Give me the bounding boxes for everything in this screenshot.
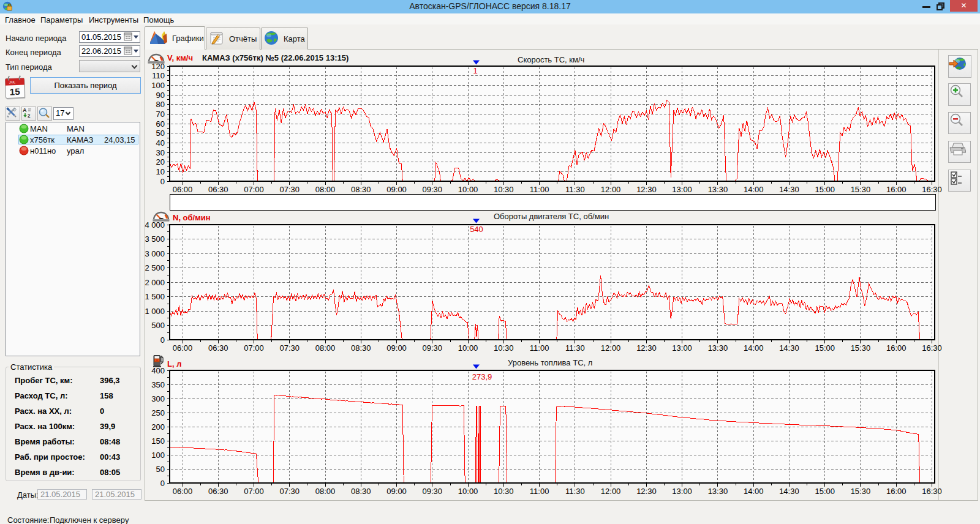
svg-text:07:00: 07:00 — [244, 343, 264, 353]
svg-text:13:00: 13:00 — [672, 487, 692, 496]
svg-text:12:30: 12:30 — [636, 343, 657, 353]
svg-text:13:30: 13:30 — [708, 487, 728, 496]
svg-text:2 000: 2 000 — [145, 278, 165, 287]
svg-text:06:30: 06:30 — [208, 487, 228, 496]
svg-text:15:00: 15:00 — [815, 487, 835, 496]
svg-text:16:30: 16:30 — [922, 487, 942, 496]
svg-text:1: 1 — [473, 66, 477, 75]
svg-text:300: 300 — [151, 394, 165, 403]
svg-text:11:00: 11:00 — [530, 487, 549, 496]
svg-text:11:00: 11:00 — [530, 185, 549, 194]
svg-text:40: 40 — [156, 138, 165, 148]
svg-text:120: 120 — [151, 62, 165, 71]
svg-text:273,9: 273,9 — [472, 372, 492, 381]
svg-text:3 500: 3 500 — [145, 234, 165, 244]
svg-text:10:00: 10:00 — [458, 185, 478, 194]
svg-text:150: 150 — [151, 436, 165, 446]
svg-text:13:00: 13:00 — [672, 343, 692, 353]
svg-text:80: 80 — [156, 100, 165, 109]
svg-text:08:30: 08:30 — [351, 343, 371, 353]
svg-text:07:00: 07:00 — [244, 185, 264, 194]
svg-text:09:30: 09:30 — [423, 487, 443, 496]
svg-text:12:00: 12:00 — [601, 343, 621, 353]
svg-text:100: 100 — [151, 81, 165, 90]
svg-text:12:30: 12:30 — [636, 487, 657, 496]
svg-text:08:30: 08:30 — [351, 487, 371, 496]
svg-text:15:30: 15:30 — [851, 185, 871, 194]
svg-text:10:30: 10:30 — [494, 185, 514, 194]
svg-text:08:00: 08:00 — [315, 343, 336, 353]
svg-text:08:30: 08:30 — [351, 185, 371, 194]
svg-text:10:00: 10:00 — [458, 343, 478, 353]
svg-text:540: 540 — [470, 225, 483, 234]
svg-text:100: 100 — [151, 451, 165, 460]
svg-text:16:00: 16:00 — [886, 185, 907, 194]
svg-text:70: 70 — [156, 110, 165, 119]
svg-text:60: 60 — [156, 119, 165, 129]
svg-text:350: 350 — [151, 380, 165, 389]
svg-text:07:30: 07:30 — [280, 185, 300, 194]
svg-text:09:30: 09:30 — [423, 343, 443, 353]
svg-text:08:00: 08:00 — [315, 185, 336, 194]
svg-text:06:00: 06:00 — [173, 343, 193, 353]
svg-text:15:30: 15:30 — [851, 487, 871, 496]
svg-text:16:00: 16:00 — [886, 487, 907, 496]
svg-text:90: 90 — [156, 91, 165, 100]
svg-text:20: 20 — [156, 157, 165, 167]
svg-text:12:00: 12:00 — [601, 487, 621, 496]
svg-text:09:00: 09:00 — [386, 185, 407, 194]
svg-text:2 500: 2 500 — [145, 263, 165, 272]
svg-text:12:00: 12:00 — [601, 185, 621, 194]
svg-text:50: 50 — [156, 129, 165, 138]
svg-text:30: 30 — [156, 148, 165, 157]
svg-text:14:00: 14:00 — [744, 185, 764, 194]
svg-text:13:30: 13:30 — [708, 343, 728, 353]
svg-text:1 500: 1 500 — [145, 292, 165, 301]
svg-text:11:30: 11:30 — [565, 487, 585, 496]
svg-text:11:30: 11:30 — [565, 343, 585, 353]
svg-text:07:30: 07:30 — [280, 343, 300, 353]
svg-text:500: 500 — [151, 321, 165, 330]
svg-text:400: 400 — [151, 366, 165, 375]
svg-text:200: 200 — [151, 422, 165, 432]
svg-text:11:30: 11:30 — [565, 185, 585, 194]
svg-text:16:30: 16:30 — [922, 185, 942, 194]
svg-text:10:30: 10:30 — [494, 487, 514, 496]
svg-text:12:30: 12:30 — [636, 185, 657, 194]
svg-text:1 000: 1 000 — [145, 307, 165, 316]
svg-text:07:30: 07:30 — [280, 487, 300, 496]
svg-text:08:00: 08:00 — [315, 487, 336, 496]
svg-text:06:30: 06:30 — [208, 185, 228, 194]
svg-text:0: 0 — [160, 479, 165, 488]
svg-text:10:30: 10:30 — [494, 343, 514, 353]
svg-text:10: 10 — [156, 167, 165, 176]
svg-text:16:00: 16:00 — [886, 343, 907, 353]
svg-text:09:00: 09:00 — [386, 487, 407, 496]
svg-text:4 000: 4 000 — [145, 220, 165, 230]
svg-text:16:30: 16:30 — [922, 343, 942, 353]
svg-text:06:00: 06:00 — [173, 185, 193, 194]
svg-text:110: 110 — [152, 71, 165, 80]
svg-text:14:30: 14:30 — [779, 487, 799, 496]
svg-text:15:30: 15:30 — [851, 343, 871, 353]
svg-text:14:00: 14:00 — [744, 343, 764, 353]
svg-text:50: 50 — [156, 465, 165, 474]
svg-text:09:00: 09:00 — [386, 343, 407, 353]
svg-text:0: 0 — [160, 335, 165, 345]
svg-text:13:30: 13:30 — [708, 185, 728, 194]
svg-text:3 000: 3 000 — [145, 249, 165, 258]
svg-text:10:00: 10:00 — [458, 487, 478, 496]
svg-text:14:30: 14:30 — [779, 343, 799, 353]
svg-text:15:00: 15:00 — [815, 185, 835, 194]
svg-text:06:30: 06:30 — [208, 343, 228, 353]
svg-text:15:00: 15:00 — [815, 343, 835, 353]
svg-text:0: 0 — [160, 177, 165, 186]
svg-text:06:00: 06:00 — [173, 487, 193, 496]
svg-text:11:00: 11:00 — [530, 343, 549, 353]
svg-text:250: 250 — [151, 408, 165, 417]
svg-text:09:30: 09:30 — [423, 185, 443, 194]
svg-text:14:00: 14:00 — [744, 487, 764, 496]
svg-text:07:00: 07:00 — [244, 487, 264, 496]
svg-text:14:30: 14:30 — [779, 185, 799, 194]
svg-text:13:00: 13:00 — [672, 185, 692, 194]
